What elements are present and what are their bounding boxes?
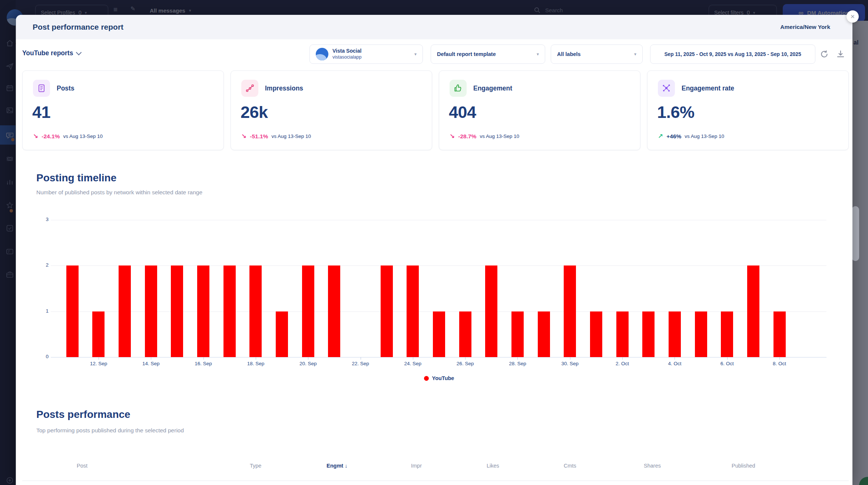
column-header-engmt[interactable]: Engmt ↓ (327, 463, 347, 469)
x-axis-tick (203, 357, 204, 360)
refresh-icon[interactable] (819, 49, 829, 59)
report-template-select[interactable]: Default report template ▾ (431, 44, 545, 64)
x-axis-label: 12. Sep (76, 361, 121, 366)
trend-down-icon: ↘ (33, 132, 38, 140)
chart-legend[interactable]: YouTube (59, 375, 819, 381)
bar-1. Oct (590, 311, 602, 357)
timezone-label: America/New York (780, 15, 830, 39)
gridline-y3 (51, 220, 826, 220)
x-axis-label: 14. Sep (129, 361, 173, 366)
report-type-dropdown[interactable]: YouTube reports (22, 49, 81, 57)
x-axis-tick (622, 357, 623, 360)
column-header-cmts[interactable]: Cmts (564, 463, 576, 469)
stat-delta: -28.7% (458, 133, 476, 140)
bar-12. Sep (92, 311, 105, 357)
post-performance-report-modal: Post performance report America/New York… (16, 15, 852, 485)
date-range-picker[interactable]: Sep 11, 2025 - Oct 9, 2025 vs Aug 13, 20… (650, 44, 815, 64)
stat-label: Posts (57, 80, 74, 97)
bar-19. Sep (276, 311, 288, 357)
column-header-likes[interactable]: Likes (487, 463, 499, 469)
profile-select[interactable]: Vista Social vistasocialapp ▾ (309, 44, 423, 64)
x-axis-tick (308, 357, 308, 360)
trend-up-icon: ↗ (658, 132, 663, 140)
scrollbar-thumb[interactable] (852, 206, 859, 261)
stat-card-engagement: Engagement 404 ↘ -28.7% vs Aug 13-Sep 10 (439, 70, 640, 150)
table-divider (22, 481, 849, 481)
bar-17. Sep (223, 265, 236, 357)
stat-compare: vs Aug 13-Sep 10 (685, 133, 724, 139)
stat-compare: vs Aug 13-Sep 10 (63, 133, 103, 139)
labels-select[interactable]: All labels ▾ (551, 44, 643, 64)
bar-24. Sep (407, 265, 419, 357)
bar-7. Oct (747, 265, 759, 357)
x-axis-label: 18. Sep (233, 361, 278, 366)
stat-value: 404 (449, 103, 476, 122)
close-button[interactable]: ✕ (847, 10, 859, 23)
bar-4. Oct (669, 311, 681, 357)
x-axis-tick (570, 357, 570, 360)
x-axis-label: 28. Sep (495, 361, 540, 366)
x-axis-tick (256, 357, 256, 360)
bar-6. Oct (721, 311, 733, 357)
stat-label: Engagement (473, 80, 512, 97)
profile-avatar (316, 48, 328, 60)
profile-name: Vista Social (332, 48, 362, 55)
gridline-y2 (51, 265, 826, 266)
column-header-type[interactable]: Type (250, 463, 261, 469)
network-icon (658, 80, 675, 97)
x-axis-tick (465, 357, 466, 360)
date-range-value: Sep 11, 2025 - Oct 9, 2025 vs Aug 13, 20… (664, 52, 801, 57)
stat-delta: +46% (666, 133, 681, 140)
chevron-down-icon (76, 50, 82, 56)
share-nodes-icon (241, 80, 258, 97)
x-axis-tick (151, 357, 151, 360)
x-axis-label: 16. Sep (181, 361, 226, 366)
bar-2. Oct (616, 311, 629, 357)
bar-13. Sep (119, 265, 131, 357)
bar-11. Sep (66, 265, 79, 357)
download-icon[interactable] (836, 49, 845, 59)
thumbs-up-icon (450, 80, 467, 97)
dropdown-triangle-icon: ▾ (634, 52, 636, 57)
bar-29. Sep (538, 311, 550, 357)
report-template-value: Default report template (437, 51, 496, 57)
posting-timeline-subtitle: Number of published posts by network wit… (36, 189, 202, 196)
stat-card-engagement-rate: Engagement rate 1.6% ↗ +46% vs Aug 13-Se… (647, 70, 849, 150)
x-axis-label: 22. Sep (338, 361, 383, 366)
column-header-engmt-label: Engmt (327, 463, 343, 469)
bar-27. Sep (485, 265, 497, 357)
legend-dot-youtube (424, 376, 429, 381)
y-axis-label: 2 (31, 262, 49, 268)
column-header-post[interactable]: Post (77, 463, 87, 469)
dropdown-triangle-icon: ▾ (537, 52, 539, 57)
bar-26. Sep (459, 311, 471, 357)
posts-performance-subtitle: Top performing posts published during th… (36, 427, 184, 434)
x-axis-label: 8. Oct (757, 361, 802, 366)
posts-performance-title: Posts performance (36, 409, 130, 420)
column-header-shares[interactable]: Shares (644, 463, 661, 469)
x-axis-tick (413, 357, 413, 360)
legend-label: YouTube (432, 375, 454, 381)
profile-handle: vistasocialapp (332, 55, 362, 60)
x-axis-label: 30. Sep (548, 361, 592, 366)
x-axis-label: 2. Oct (600, 361, 645, 366)
bar-30. Sep (564, 265, 576, 357)
bar-16. Sep (197, 265, 209, 357)
x-axis-tick (361, 357, 361, 360)
column-header-impr[interactable]: Impr (411, 463, 422, 469)
bar-23. Sep (381, 265, 393, 357)
x-axis-label: 20. Sep (286, 361, 330, 366)
x-axis-tick (675, 357, 675, 360)
bar-3. Oct (642, 311, 655, 357)
report-type-label: YouTube reports (22, 49, 73, 57)
sort-down-icon: ↓ (345, 463, 347, 469)
modal-title: Post performance report (33, 15, 123, 39)
bar-28. Sep (511, 311, 524, 357)
column-header-published[interactable]: Published (732, 463, 755, 469)
modal-header: Post performance report America/New York (16, 15, 852, 39)
stat-label: Impressions (265, 80, 303, 97)
stat-delta: -51.1% (250, 133, 268, 140)
y-axis-label: 1 (31, 308, 49, 314)
stat-compare: vs Aug 13-Sep 10 (480, 133, 519, 139)
bar-5. Oct (695, 311, 707, 357)
